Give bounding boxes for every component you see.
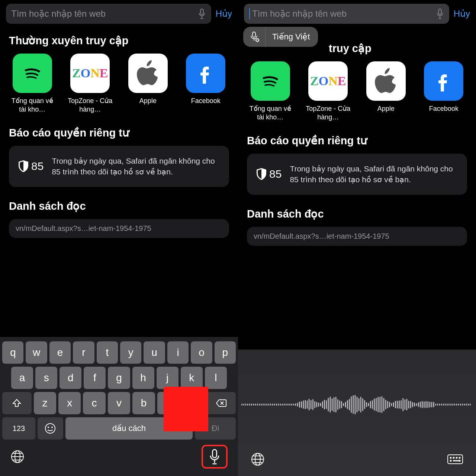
shield-icon: [19, 160, 28, 172]
freq-item-facebook[interactable]: Facebook: [183, 54, 229, 114]
key-f[interactable]: f: [84, 367, 106, 389]
reading-list-title: Danh sách đọc: [247, 208, 467, 220]
go-key[interactable]: Đi: [195, 417, 236, 440]
freq-label: TopZone - Cửa hàng…: [305, 104, 352, 122]
emoji-key[interactable]: [38, 417, 63, 440]
freq-item-apple[interactable]: Apple: [125, 54, 171, 114]
search-placeholder: Tìm hoặc nhập tên web: [11, 9, 198, 19]
apple-icon: [366, 61, 406, 101]
key-q[interactable]: q: [2, 341, 23, 364]
cancel-button[interactable]: Hủy: [454, 9, 470, 19]
cancel-button[interactable]: Hủy: [216, 9, 232, 19]
freq-item-spotify[interactable]: Tổng quan về tài kho…: [9, 54, 56, 114]
key-g[interactable]: g: [108, 367, 130, 389]
dictation-panel: [238, 350, 476, 476]
key-o[interactable]: o: [191, 341, 212, 364]
mic-icon[interactable]: [436, 8, 444, 19]
mic-icon[interactable]: [198, 8, 206, 19]
key-r[interactable]: r: [73, 341, 94, 364]
spotify-icon: [251, 61, 290, 101]
freq-item-spotify[interactable]: Tổng quan về tài kho…: [247, 61, 294, 122]
privacy-description: Trong bảy ngày qua, Safari đã ngăn không…: [290, 163, 457, 185]
key-u[interactable]: u: [144, 341, 165, 364]
key-c[interactable]: c: [83, 392, 105, 414]
svg-rect-0: [200, 9, 203, 15]
svg-point-142: [459, 460, 460, 461]
svg-point-3: [45, 424, 55, 433]
facebook-icon: [186, 54, 225, 93]
dictation-language-banner[interactable]: Tiếng Việt: [243, 27, 318, 47]
search-bar: Tìm hoặc nhập tên web Hủy: [238, 0, 476, 29]
key-a[interactable]: a: [11, 367, 33, 389]
globe-icon[interactable]: [251, 452, 265, 466]
key-x[interactable]: x: [58, 392, 81, 414]
privacy-description: Trong bảy ngày qua, Safari đã ngăn không…: [52, 155, 219, 177]
key-v[interactable]: v: [108, 392, 130, 414]
search-placeholder: Tìm hoặc nhập tên web: [252, 9, 436, 19]
left-pane: Tìm hoặc nhập tên web Hủy Thường xuyên t…: [0, 0, 238, 476]
svg-point-136: [450, 457, 451, 459]
privacy-report-card[interactable]: 85 Trong bảy ngày qua, Safari đã ngăn kh…: [9, 146, 229, 187]
freq-item-facebook[interactable]: Facebook: [421, 61, 467, 122]
voice-waveform: [238, 357, 476, 452]
numbers-key[interactable]: 123: [2, 417, 35, 440]
globe-icon[interactable]: [10, 450, 25, 464]
tracker-number: 85: [269, 168, 282, 180]
frequently-visited-grid: Tổng quan về tài kho… ZONE TopZone - Cửa…: [247, 61, 467, 122]
key-z[interactable]: z: [34, 392, 56, 414]
freq-label: Apple: [363, 104, 409, 122]
keyboard-icon[interactable]: [447, 453, 463, 465]
reading-list-item[interactable]: vn/mDefault.aspx?s…iet-nam-1954-1975: [247, 227, 467, 246]
frequently-visited-grid: Tổng quan về tài kho… ZONE TopZone - Cửa…: [9, 54, 229, 114]
text-caret: [249, 8, 250, 19]
freq-label: TopZone - Cửa hàng…: [67, 97, 114, 114]
url-search-field[interactable]: Tìm hoặc nhập tên web: [244, 4, 449, 24]
key-y[interactable]: y: [120, 341, 141, 364]
key-h[interactable]: h: [132, 367, 154, 389]
svg-point-137: [453, 457, 454, 459]
key-w[interactable]: w: [26, 341, 47, 364]
reading-list-item[interactable]: vn/mDefault.aspx?s…iet-nam-1954-1975: [9, 219, 229, 238]
dictation-mic-button[interactable]: [202, 445, 228, 469]
privacy-report-title: Báo cáo quyền riêng tư: [9, 126, 229, 139]
shield-icon: [257, 168, 266, 180]
key-b[interactable]: b: [132, 392, 155, 414]
svg-point-5: [51, 427, 53, 428]
reading-list-title: Danh sách đọc: [9, 200, 229, 212]
key-t[interactable]: t: [97, 341, 118, 364]
facebook-icon: [424, 61, 463, 101]
mic-cancel-icon[interactable]: [243, 27, 266, 47]
freq-label: Tổng quan về tài kho…: [247, 104, 294, 122]
freq-item-apple[interactable]: Apple: [363, 61, 409, 122]
key-p[interactable]: p: [215, 341, 236, 364]
key-e[interactable]: e: [49, 341, 71, 364]
frequently-visited-title: Thường xuyên truy cập: [9, 34, 229, 47]
space-key[interactable]: dấu cách: [65, 417, 193, 440]
tracker-number: 85: [31, 160, 44, 173]
key-n[interactable]: n: [157, 392, 180, 414]
freq-label: Facebook: [183, 97, 229, 114]
url-search-field[interactable]: Tìm hoặc nhập tên web: [6, 4, 211, 24]
topzone-icon: ZONE: [308, 61, 348, 101]
right-pane: Tìm hoặc nhập tên web Hủy Tiếng Việt . t…: [238, 0, 476, 476]
freq-item-topzone[interactable]: ZONE TopZone - Cửa hàng…: [305, 61, 352, 122]
key-l[interactable]: l: [205, 367, 227, 389]
search-bar: Tìm hoặc nhập tên web Hủy: [0, 0, 238, 29]
privacy-report-card[interactable]: 85 Trong bảy ngày qua, Safari đã ngăn kh…: [247, 154, 467, 195]
frequently-visited-title-partial: truy cập: [329, 42, 467, 55]
svg-point-4: [48, 427, 49, 428]
key-i[interactable]: i: [167, 341, 189, 364]
language-label: Tiếng Việt: [266, 32, 310, 42]
key-d[interactable]: d: [60, 367, 81, 389]
key-k[interactable]: k: [181, 367, 203, 389]
svg-point-138: [456, 457, 457, 459]
freq-item-topzone[interactable]: ZONE TopZone - Cửa hàng…: [67, 54, 114, 114]
key-s[interactable]: s: [35, 367, 57, 389]
key-j[interactable]: j: [157, 367, 178, 389]
backspace-key[interactable]: [206, 392, 236, 414]
key-m[interactable]: m: [182, 392, 204, 414]
apple-icon: [128, 54, 168, 93]
shift-key[interactable]: [2, 392, 32, 414]
privacy-report-title: Báo cáo quyền riêng tư: [247, 134, 467, 147]
svg-rect-8: [213, 450, 217, 458]
